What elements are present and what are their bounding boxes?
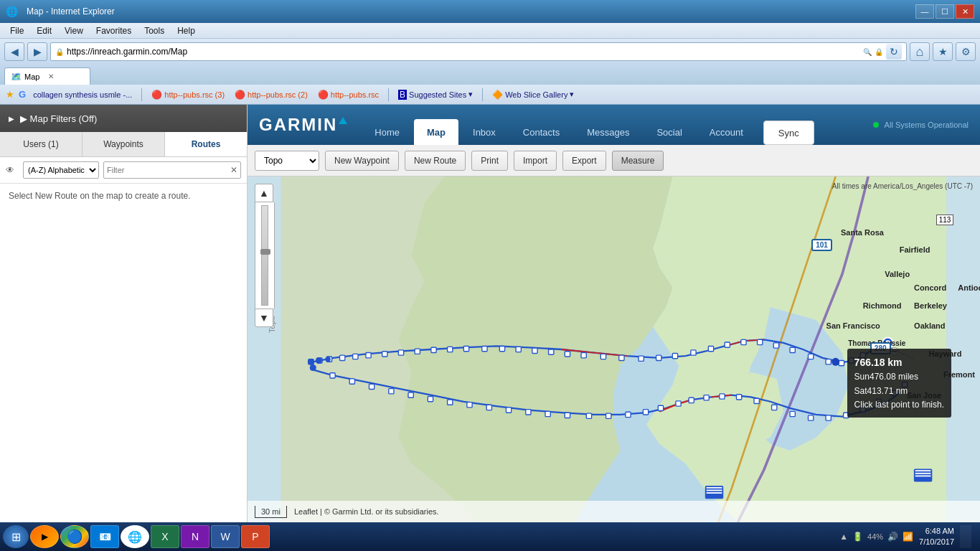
zoom-handle[interactable] bbox=[260, 249, 270, 255]
nav-tab-social[interactable]: Social bbox=[644, 119, 694, 145]
taskbar-arrow-icon[interactable]: ▲ bbox=[839, 532, 848, 542]
zoom-slider[interactable] bbox=[261, 205, 268, 306]
bookmark-pubs2[interactable]: 🔴 http--pubs.rsc (2) bbox=[232, 88, 311, 101]
new-waypoint-button[interactable]: New Waypoint bbox=[325, 151, 399, 171]
bookmark-suggested[interactable]: B Suggested Sites ▾ bbox=[395, 88, 476, 101]
taskbar-app-onenote[interactable]: N bbox=[181, 525, 209, 548]
forward-button[interactable]: ▶ bbox=[27, 42, 47, 61]
taskbar-app-outlook[interactable]: 📧 bbox=[90, 525, 119, 548]
tools-button[interactable]: ⚙ bbox=[956, 42, 976, 61]
filter-input[interactable] bbox=[104, 166, 227, 174]
svg-rect-15 bbox=[516, 347, 521, 352]
distance-nm: Sat413.71 nm bbox=[854, 385, 944, 398]
browser-tab-map[interactable]: 🗺️ Map ✕ bbox=[4, 67, 90, 85]
svg-rect-61 bbox=[676, 401, 681, 406]
taskbar-notification-area[interactable] bbox=[960, 525, 971, 548]
bookmark-pubs1[interactable]: 🔴 http--pubs.rsc (3) bbox=[149, 88, 227, 101]
url-input[interactable] bbox=[67, 47, 860, 57]
map-type-select[interactable]: TopoSatelliteHybrid bbox=[255, 151, 319, 171]
svg-point-76 bbox=[310, 364, 316, 371]
import-button[interactable]: Import bbox=[514, 151, 557, 171]
browser-icon: 🌐 bbox=[6, 6, 18, 17]
export-button[interactable]: Export bbox=[562, 151, 606, 171]
home-button[interactable]: ⌂ bbox=[910, 42, 930, 61]
svg-rect-6 bbox=[366, 353, 371, 358]
menu-favorites[interactable]: Favorites bbox=[90, 24, 137, 37]
close-button[interactable]: ✕ bbox=[956, 4, 974, 19]
scale-box: 30 mi bbox=[255, 506, 287, 518]
svg-rect-52 bbox=[506, 408, 511, 413]
refresh-button[interactable]: ↻ bbox=[886, 44, 902, 60]
nav-tab-map[interactable]: Map bbox=[414, 119, 458, 145]
svg-rect-60 bbox=[658, 405, 663, 410]
back-button[interactable]: ◀ bbox=[4, 42, 24, 61]
svg-rect-64 bbox=[720, 394, 725, 399]
nav-tab-messages[interactable]: Messages bbox=[574, 119, 642, 145]
start-button[interactable]: ⊞ bbox=[3, 525, 29, 548]
tab-routes[interactable]: Routes bbox=[165, 132, 247, 156]
menu-tools[interactable]: Tools bbox=[138, 24, 170, 37]
svg-rect-84 bbox=[915, 476, 931, 477]
print-button[interactable]: Print bbox=[471, 151, 508, 171]
measure-button[interactable]: Measure bbox=[612, 151, 664, 171]
taskbar-app-powerpoint[interactable]: P bbox=[241, 525, 270, 548]
bookmark-separator-1 bbox=[141, 88, 142, 101]
svg-rect-58 bbox=[626, 412, 631, 417]
svg-rect-68 bbox=[790, 411, 795, 416]
sidebar-tabs: Users (1) Waypoints Routes bbox=[0, 132, 247, 157]
filter-clear-button[interactable]: ✕ bbox=[227, 165, 240, 175]
taskbar-app-word[interactable]: W bbox=[211, 525, 240, 548]
bookmark-star-icon: ★ bbox=[6, 89, 14, 100]
new-route-button[interactable]: New Route bbox=[405, 151, 466, 171]
menu-help[interactable]: Help bbox=[171, 24, 201, 37]
taskbar-app-media[interactable]: ▶ bbox=[30, 525, 59, 548]
svg-rect-80 bbox=[707, 492, 722, 494]
taskbar-app-ie[interactable]: 🌐 bbox=[121, 525, 149, 548]
tab-close-button[interactable]: ✕ bbox=[48, 72, 54, 80]
nav-tab-contacts[interactable]: Contacts bbox=[510, 119, 573, 145]
sync-button[interactable]: Sync bbox=[763, 121, 814, 145]
taskbar-time-value: 6:48 AM bbox=[919, 526, 954, 537]
menu-edit[interactable]: Edit bbox=[31, 24, 57, 37]
nav-tab-home[interactable]: Home bbox=[362, 119, 413, 145]
svg-rect-51 bbox=[486, 405, 491, 410]
bookmark-pubs3[interactable]: 🔴 http--pubs.rsc bbox=[315, 88, 382, 101]
filters-label: ▶ Map Filters (Off) bbox=[20, 113, 97, 124]
svg-rect-17 bbox=[549, 349, 554, 354]
minimize-button[interactable]: — bbox=[915, 4, 934, 19]
map-filters-toggle[interactable]: ▶ ▶ Map Filters (Off) bbox=[0, 105, 247, 132]
svg-rect-25 bbox=[691, 350, 696, 355]
svg-rect-24 bbox=[672, 353, 677, 358]
svg-rect-54 bbox=[545, 411, 550, 416]
svg-rect-62 bbox=[689, 397, 694, 402]
maximize-button[interactable]: ☐ bbox=[936, 4, 954, 19]
bookmark-collagen[interactable]: collagen synthesis usmle -... bbox=[30, 89, 135, 100]
title-bar: 🌐 Map - Internet Explorer — ☐ ✕ bbox=[0, 0, 980, 23]
highway-113-badge: 113 bbox=[936, 215, 954, 225]
menu-file[interactable]: File bbox=[4, 24, 29, 37]
favorites-button[interactable]: ★ bbox=[933, 42, 953, 61]
nav-tab-account[interactable]: Account bbox=[697, 119, 756, 145]
map-background: Santa Rosa Fairfield Vallejo Concord Ant… bbox=[248, 176, 980, 522]
map-area[interactable]: Santa Rosa Fairfield Vallejo Concord Ant… bbox=[248, 176, 980, 522]
bookmark-webslice[interactable]: 🔶 Web Slice Gallery ▾ bbox=[489, 88, 577, 101]
title-bar-controls: — ☐ ✕ bbox=[915, 4, 974, 19]
svg-rect-30 bbox=[773, 343, 778, 348]
search-icon: 🔍 bbox=[863, 48, 872, 56]
zoom-up-button[interactable]: ▲ bbox=[255, 184, 273, 202]
tab-users[interactable]: Users (1) bbox=[0, 132, 83, 156]
sort-select[interactable]: (A-Z) Alphabetic bbox=[23, 161, 99, 179]
svg-rect-79 bbox=[707, 490, 722, 491]
taskbar-app-chrome[interactable]: 🔵 bbox=[60, 525, 89, 548]
menu-view[interactable]: View bbox=[59, 24, 89, 37]
taskbar-app-excel[interactable]: X bbox=[151, 525, 179, 548]
battery-label: 44% bbox=[867, 532, 883, 541]
tab-waypoints[interactable]: Waypoints bbox=[83, 132, 165, 156]
zoom-down-button[interactable]: ▼ bbox=[255, 309, 273, 327]
svg-point-38 bbox=[308, 359, 314, 365]
svg-rect-12 bbox=[463, 346, 468, 351]
bookmark-pubs1-icon: 🔴 bbox=[151, 90, 162, 100]
garmin-area: GARMIN Home Map Inbox Contacts Messages … bbox=[248, 105, 980, 522]
nav-tab-inbox[interactable]: Inbox bbox=[460, 119, 509, 145]
tab-label: Map bbox=[24, 72, 39, 81]
